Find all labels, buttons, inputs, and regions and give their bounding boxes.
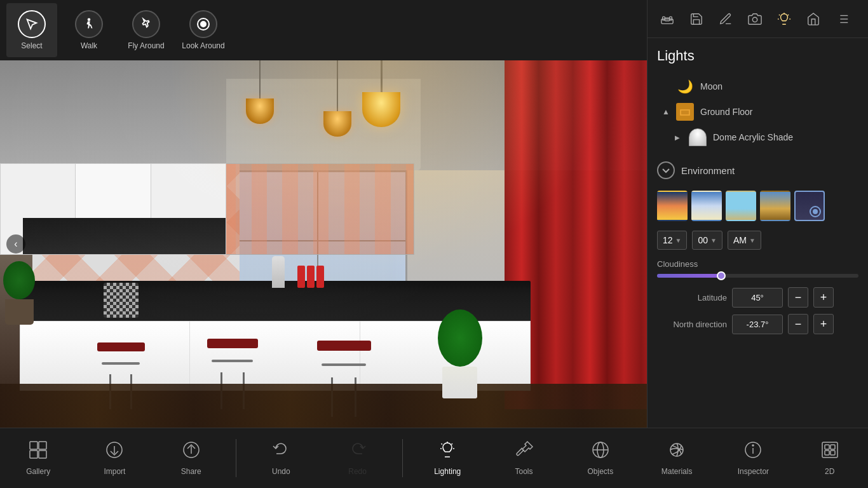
time-preset-morning[interactable] <box>691 191 722 221</box>
ground-floor-arrow: ▲ <box>662 107 670 116</box>
panel-home-btn[interactable] <box>801 7 825 31</box>
svg-rect-24 <box>39 451 46 458</box>
tool-fly-around[interactable]: Fly Around <box>121 3 172 57</box>
cloudiness-fill <box>657 274 721 278</box>
latitude-value: 45° <box>732 288 783 308</box>
ground-floor-label: Ground Floor <box>700 107 853 117</box>
tool-walk[interactable]: Walk <box>64 3 114 57</box>
panel-edit-btn[interactable] <box>714 7 738 31</box>
panel-save-btn[interactable] <box>684 7 709 31</box>
svg-line-30 <box>452 444 453 445</box>
2d-icon <box>820 440 839 464</box>
svg-rect-23 <box>30 451 37 458</box>
period-select[interactable]: AM ▼ <box>728 231 761 250</box>
tree-item-ground-floor[interactable]: ▲ Ground Floor <box>657 99 858 125</box>
time-preset-sunrise[interactable] <box>657 191 688 221</box>
bottom-undo[interactable]: Undo <box>249 431 313 485</box>
bottom-materials[interactable]: Materials <box>645 431 709 485</box>
viewport[interactable]: ‹ <box>0 60 647 428</box>
latitude-row: Latitude 45° − + <box>657 287 858 308</box>
floor-icon <box>676 103 694 121</box>
bottom-toolbar: Gallery Import Share Un <box>0 428 868 488</box>
period-value: AM <box>733 235 747 245</box>
panel-camera-btn[interactable] <box>743 7 767 31</box>
top-toolbar: Select Walk Fly Around Look Around <box>0 0 647 60</box>
latitude-decrease[interactable]: − <box>788 287 808 308</box>
svg-line-9 <box>788 14 789 15</box>
moon-label: Moon <box>700 81 853 92</box>
north-increase[interactable]: + <box>813 314 834 334</box>
viewport-bg: ‹ <box>0 60 647 428</box>
panel-light-btn[interactable] <box>772 7 796 31</box>
environment-body: 12 ▼ 00 ▼ AM ▼ Cloudiness Lat <box>648 184 868 347</box>
time-preset-afternoon[interactable] <box>760 191 790 221</box>
share-icon <box>182 440 201 464</box>
lighting-icon <box>438 440 457 464</box>
tools-icon <box>515 440 534 464</box>
environment-label: Environment <box>681 165 735 176</box>
import-icon <box>105 440 124 464</box>
latitude-increase[interactable]: + <box>813 287 834 308</box>
panel-sofa-btn[interactable] <box>655 7 679 31</box>
tool-walk-label: Walk <box>81 41 97 50</box>
bottom-import[interactable]: Import <box>83 431 146 485</box>
bottom-share[interactable]: Share <box>159 431 223 485</box>
north-label: North direction <box>657 320 727 329</box>
moon-icon: 🌙 <box>676 78 694 95</box>
import-label: Import <box>104 467 125 476</box>
lighting-label: Lighting <box>434 467 461 476</box>
materials-icon <box>667 440 686 464</box>
bottom-lighting[interactable]: Lighting <box>416 431 479 485</box>
bottom-2d[interactable]: 2D <box>798 431 862 485</box>
dome-arrow: ▶ <box>675 134 682 141</box>
bottom-objects[interactable]: Objects <box>569 431 632 485</box>
inspector-label: Inspector <box>738 467 769 476</box>
cloudiness-slider[interactable] <box>657 274 858 278</box>
divider-1 <box>236 439 236 477</box>
svg-line-12 <box>779 14 780 15</box>
time-selects: 12 ▼ 00 ▼ AM ▼ <box>657 231 858 250</box>
2d-label: 2D <box>825 467 834 476</box>
svg-point-40 <box>752 445 754 446</box>
tool-select[interactable]: Select <box>6 3 57 57</box>
tool-look-around[interactable]: Look Around <box>178 3 229 57</box>
panel-icon-bar <box>648 0 868 38</box>
panel-list-btn[interactable] <box>831 7 855 31</box>
minute-arrow: ▼ <box>710 237 717 244</box>
bottom-inspector[interactable]: Inspector <box>721 431 785 485</box>
svg-line-33 <box>442 444 443 445</box>
bottom-gallery[interactable]: Gallery <box>6 431 70 485</box>
north-direction-row: North direction -23.7° − + <box>657 314 858 334</box>
undo-label: Undo <box>272 467 290 476</box>
scene-overlay <box>0 60 647 428</box>
redo-icon <box>348 440 367 464</box>
time-preset-noon[interactable] <box>726 191 756 221</box>
tree-item-moon[interactable]: 🌙 Moon <box>657 74 858 99</box>
right-panel: Lights 🌙 Moon ▲ Ground Floor ▶ Dome Acry… <box>647 0 868 428</box>
inspector-icon <box>743 440 763 464</box>
svg-rect-21 <box>30 442 37 449</box>
minute-select[interactable]: 00 ▼ <box>692 231 722 250</box>
tree-item-dome[interactable]: ▶ Dome Acrylic Shade <box>670 125 858 150</box>
walk-icon <box>75 10 103 38</box>
environment-header[interactable]: Environment <box>648 156 868 184</box>
env-toggle[interactable] <box>657 161 675 179</box>
hour-select[interactable]: 12 ▼ <box>657 231 687 250</box>
look-around-icon <box>189 10 217 38</box>
minute-value: 00 <box>698 235 708 245</box>
objects-label: Objects <box>587 467 613 476</box>
svg-rect-22 <box>39 442 46 449</box>
time-preset-custom[interactable] <box>794 191 825 221</box>
bottom-tools[interactable]: Tools <box>492 431 556 485</box>
tools-label: Tools <box>515 467 533 476</box>
tool-fly-around-label: Fly Around <box>128 41 164 50</box>
lights-section: Lights 🌙 Moon ▲ Ground Floor ▶ Dome Acry… <box>648 38 868 156</box>
select-icon <box>18 10 46 38</box>
bottom-redo: Redo <box>326 431 390 485</box>
tool-select-label: Select <box>21 41 42 50</box>
svg-rect-41 <box>822 442 837 458</box>
gallery-icon <box>29 440 48 464</box>
svg-rect-45 <box>831 451 835 455</box>
cloudiness-thumb[interactable] <box>717 271 726 280</box>
north-decrease[interactable]: − <box>788 314 808 334</box>
